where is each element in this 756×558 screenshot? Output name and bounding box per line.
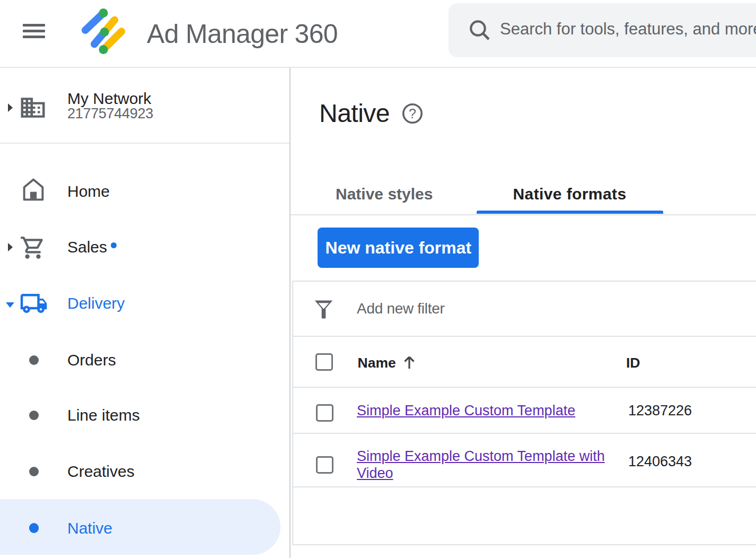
svg-text:?: ? <box>409 106 416 121</box>
